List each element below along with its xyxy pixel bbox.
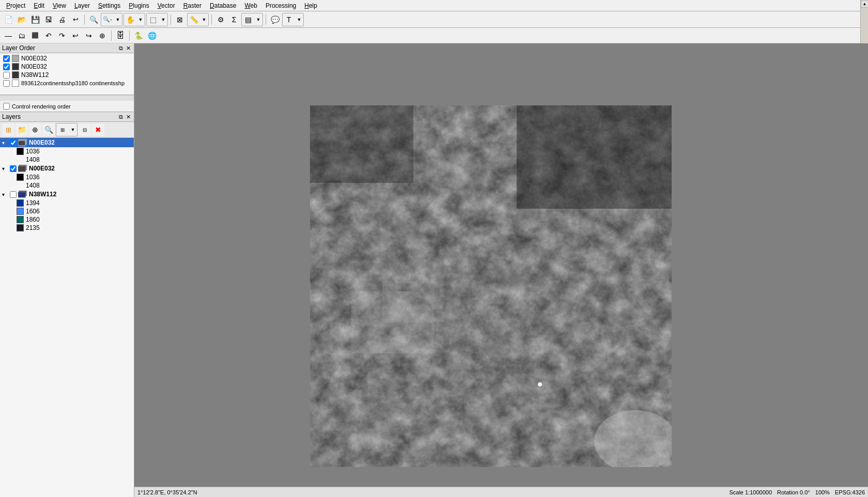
menu-web[interactable]: Web	[240, 1, 261, 10]
sub-color-1036-1	[17, 148, 24, 155]
layers-expand-all-button[interactable]: ⊞	[56, 123, 69, 136]
menu-raster[interactable]: Raster	[179, 1, 206, 10]
undo-button[interactable]: ↩	[69, 13, 82, 26]
open-project-button[interactable]: 📂	[16, 13, 28, 26]
layer-group-1-checkbox[interactable]	[10, 139, 17, 146]
tb2-btn3[interactable]: ⬛	[29, 29, 41, 42]
layer-icon-2	[18, 165, 27, 172]
list-item: 893612continentsshp3180 continentsshp	[0, 79, 134, 87]
toolbar-separator-3	[211, 14, 212, 25]
new-project-button[interactable]: 📄	[2, 13, 14, 26]
layer-sub-item-1606: 1606	[0, 207, 134, 215]
layer-group-3-checkbox[interactable]	[10, 191, 17, 198]
layer-order-panel: Layer Order ⧉ ✕ N00E032 N00E032	[0, 43, 134, 112]
python-button[interactable]: 🐍	[132, 29, 145, 42]
measure-dropdown[interactable]: ▼	[200, 13, 208, 26]
tb2-btn5[interactable]: ↷	[56, 29, 68, 42]
lo-checkbox-1[interactable]	[3, 55, 10, 62]
layers-icons: ⧉ ✕	[118, 114, 132, 120]
layers-expand-dropdown[interactable]: ▼	[69, 123, 77, 136]
lo-scroll-track[interactable]	[0, 96, 134, 101]
zoom-in-button[interactable]: 🔍	[87, 13, 100, 26]
layer-group-1-header[interactable]: ▾ N00E032	[0, 138, 134, 147]
sub-space-2	[17, 182, 24, 189]
menu-plugins[interactable]: Plugins	[125, 1, 153, 10]
tb2-btn8[interactable]: ⊕	[96, 29, 109, 42]
menu-processing[interactable]: Processing	[261, 1, 300, 10]
print-button[interactable]: 🖨	[56, 13, 68, 26]
pan-dropdown[interactable]: ▼	[136, 13, 145, 26]
layers-collapse-all-button[interactable]: ⊟	[79, 123, 91, 136]
remove-selection-button[interactable]: ⊠	[174, 13, 186, 26]
layer-group-2-header[interactable]: ▾ N00E032	[0, 164, 134, 173]
layer-order-content: N00E032 N00E032 N38W112	[0, 53, 134, 95]
layers-open-layer-button[interactable]: ⊞	[2, 123, 14, 136]
lo-label-4: 893612continentsshp3180 continentsshp	[21, 80, 125, 86]
annotation-dropdown[interactable]: ▼	[295, 13, 303, 26]
toolbar-separator-1	[84, 14, 85, 25]
menu-layer[interactable]: Layer	[70, 1, 94, 10]
annotation-group: T ▼	[282, 13, 304, 26]
layers-content: ▾ N00E032 1036	[0, 138, 134, 497]
label-button[interactable]: 💬	[269, 13, 281, 26]
lo-checkbox-2[interactable]	[3, 64, 10, 70]
lo-checkbox-4[interactable]	[3, 80, 10, 87]
multi-raster-icon-2	[18, 165, 27, 172]
menu-view[interactable]: View	[49, 1, 70, 10]
layers-expand-group: ⊞ ▼	[56, 123, 78, 136]
menu-help[interactable]: Help	[300, 1, 321, 10]
tb2-btn2[interactable]: 🗂	[16, 29, 28, 42]
layers-filter-button[interactable]: 🔍	[42, 123, 55, 136]
annotation-button[interactable]: T	[283, 13, 295, 26]
layer-group-3: ▾ N38W112 1394	[0, 190, 134, 232]
zoom-out-button[interactable]: 🔍-	[101, 13, 114, 26]
layers-remove-button[interactable]: ✖	[92, 123, 104, 136]
sigma-button[interactable]: Σ	[228, 13, 240, 26]
menu-edit[interactable]: Edit	[29, 1, 49, 10]
layer-sub-item-1036-2: 1036	[0, 173, 134, 181]
list-item: N38W112	[0, 71, 134, 79]
left-panel: Layer Order ⧉ ✕ N00E032 N00E032	[0, 43, 134, 497]
menu-project[interactable]: Project	[2, 1, 29, 10]
layer-group-1: ▾ N00E032 1036	[0, 138, 134, 164]
lo-checkbox-3[interactable]	[3, 72, 10, 79]
menu-settings[interactable]: Settings	[94, 1, 125, 10]
layers-float-icon[interactable]: ⧉	[118, 114, 124, 120]
layers-embed-layers-button[interactable]: ⊕	[29, 123, 41, 136]
layer-order-close-icon[interactable]: ✕	[125, 45, 132, 52]
save-as-button[interactable]: 🖫	[42, 13, 55, 26]
pan-button[interactable]: ✋	[124, 13, 136, 26]
render-display: 100%	[815, 489, 830, 495]
list-item: N00E032	[0, 63, 134, 71]
select-dropdown[interactable]: ▼	[159, 13, 167, 26]
layer-group-1-name: N00E032	[29, 139, 132, 146]
tb2-btn1[interactable]: —	[2, 29, 14, 42]
menu-vector[interactable]: Vector	[153, 1, 179, 10]
zoom-dropdown[interactable]: ▼	[114, 13, 122, 26]
scale-display: Scale 1:1000000	[729, 489, 772, 495]
tb2-btn6[interactable]: ↩	[69, 29, 82, 42]
globe-button[interactable]: 🌐	[146, 29, 158, 42]
layer-group-3-header[interactable]: ▾ N38W112	[0, 190, 134, 199]
attribute-button[interactable]: ▤	[242, 13, 254, 26]
layer-order-title: Layer Order	[2, 44, 35, 52]
map-area[interactable]: 1°12'2.8"E, 0°35'24.2"N Scale 1:1000000 …	[134, 43, 868, 497]
layer-group-2-checkbox[interactable]	[10, 165, 17, 172]
tb2-btn4[interactable]: ↶	[42, 29, 55, 42]
layers-add-group-button[interactable]: 📁	[16, 123, 28, 136]
control-rendering-checkbox[interactable]	[3, 103, 10, 110]
settings-button[interactable]: ⚙	[214, 13, 227, 26]
attribute-dropdown[interactable]: ▼	[254, 13, 262, 26]
sub-label-2135: 2135	[26, 224, 40, 231]
svg-point-15	[538, 382, 542, 386]
toolbar2: — 🗂 ⬛ ↶ ↷ ↩ ↪ ⊕ 🗄 🐍 🌐	[0, 28, 868, 43]
save-project-button[interactable]: 💾	[29, 13, 41, 26]
svg-rect-14	[310, 105, 672, 467]
db-button[interactable]: 🗄	[114, 29, 127, 42]
layer-order-float-icon[interactable]: ⧉	[118, 45, 124, 52]
menu-database[interactable]: Database	[206, 1, 240, 10]
measure-button[interactable]: 📏	[188, 13, 200, 26]
tb2-btn7[interactable]: ↪	[83, 29, 95, 42]
select-button[interactable]: ⬚	[147, 13, 159, 26]
layers-close-icon[interactable]: ✕	[125, 114, 132, 120]
